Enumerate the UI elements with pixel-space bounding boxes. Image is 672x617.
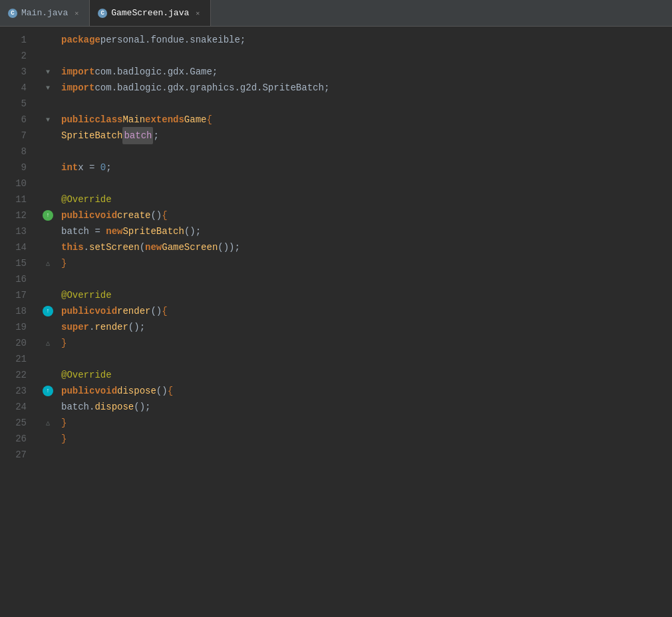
- code-line-10: [61, 176, 672, 191]
- line-number-11: 11: [0, 191, 32, 207]
- line-number-14: 14: [0, 239, 32, 255]
- fold-icon[interactable]: ▼: [46, 68, 50, 76]
- gutter-row-1: [37, 32, 59, 48]
- fold-open-icon[interactable]: ▼: [46, 116, 50, 124]
- line-number-15: 15: [0, 255, 32, 271]
- gutter-row-3: ▼: [37, 64, 59, 80]
- code-line-21: [61, 351, 672, 367]
- gutter-row-15: △: [37, 255, 59, 271]
- line-number-3: 3: [0, 64, 32, 80]
- tab-bar: C Main.java ✕ C GameScreen.java ✕: [0, 0, 672, 27]
- tab-main-java[interactable]: C Main.java ✕: [0, 0, 90, 26]
- line-number-8: 8: [0, 144, 32, 160]
- fold-icon[interactable]: ▼: [46, 84, 50, 92]
- line-number-19: 19: [0, 319, 32, 335]
- line-number-6: 6: [0, 112, 32, 128]
- gutter-row-9: [37, 160, 59, 176]
- tab-close-gamescreen[interactable]: ✕: [193, 9, 202, 18]
- gutter-row-26: [37, 431, 59, 447]
- line-number-21: 21: [0, 351, 32, 367]
- tab-close-main[interactable]: ✕: [72, 9, 81, 18]
- code-line-9: int x = 0;: [61, 160, 672, 176]
- gutter-row-16: [37, 271, 59, 287]
- line-number-18: 18: [0, 303, 32, 319]
- tab-label-gamescreen: GameScreen.java: [111, 8, 189, 18]
- tab-icon-main: C: [8, 9, 17, 18]
- line-number-12: 12: [0, 207, 32, 223]
- gutter-row-4: ▼: [37, 80, 59, 96]
- code-line-5: [61, 96, 672, 112]
- line-number-7: 7: [0, 128, 32, 144]
- code-line-13: batch = new SpriteBatch();: [61, 223, 672, 239]
- line-number-17: 17: [0, 287, 32, 303]
- code-line-24: batch.dispose();: [61, 399, 672, 415]
- line-number-9: 9: [0, 160, 32, 176]
- fold-close-icon[interactable]: △: [46, 259, 50, 267]
- code-line-16: [61, 271, 672, 287]
- line-number-27: 27: [0, 447, 32, 463]
- gutter-row-11: [37, 191, 59, 207]
- gutter: ▼▼▼↑△↑△↑△: [37, 27, 59, 617]
- code-line-11: @Override: [61, 191, 672, 207]
- fold-close-icon[interactable]: △: [46, 339, 50, 347]
- line-number-26: 26: [0, 431, 32, 447]
- gutter-row-8: [37, 144, 59, 160]
- gutter-row-20: △: [37, 335, 59, 351]
- fold-close-icon[interactable]: △: [46, 419, 50, 427]
- line-number-13: 13: [0, 223, 32, 239]
- code-line-22: @Override: [61, 367, 672, 383]
- gutter-row-13: [37, 223, 59, 239]
- gutter-row-23: ↑: [37, 383, 59, 399]
- code-line-4: import com.badlogic.gdx.graphics.g2d.Spr…: [61, 80, 672, 96]
- gutter-row-7: [37, 128, 59, 144]
- code-line-14: this.setScreen(new GameScreen());: [61, 239, 672, 255]
- line-number-24: 24: [0, 399, 32, 415]
- line-number-22: 22: [0, 367, 32, 383]
- gutter-row-6: ▼: [37, 112, 59, 128]
- line-number-25: 25: [0, 415, 32, 431]
- code-line-1: package personal.fondue.snakeible;: [61, 32, 672, 48]
- code-line-23: public void dispose () {: [61, 383, 672, 399]
- code-line-27: [61, 447, 672, 463]
- gutter-row-12: ↑: [37, 207, 59, 223]
- code-line-2: [61, 48, 672, 64]
- code-content[interactable]: package personal.fondue.snakeible;import…: [59, 27, 672, 617]
- breakpoint-icon[interactable]: ↑: [43, 306, 53, 316]
- line-number-1: 1: [0, 32, 32, 48]
- gutter-row-19: [37, 319, 59, 335]
- code-line-12: public void create () {: [61, 207, 672, 223]
- breakpoint-icon[interactable]: ↑: [43, 210, 53, 221]
- gutter-row-10: [37, 176, 59, 191]
- gutter-row-25: △: [37, 415, 59, 431]
- line-number-10: 10: [0, 176, 32, 191]
- gutter-row-2: [37, 48, 59, 64]
- code-line-20: }: [61, 335, 672, 351]
- line-number-4: 4: [0, 80, 32, 96]
- code-line-19: super.render();: [61, 319, 672, 335]
- code-line-17: @Override: [61, 287, 672, 303]
- gutter-row-5: [37, 96, 59, 112]
- line-number-5: 5: [0, 96, 32, 112]
- code-line-8: [61, 144, 672, 160]
- tab-label-main: Main.java: [21, 8, 68, 18]
- code-line-6: public class Main extends Game {: [61, 112, 672, 128]
- breakpoint-icon[interactable]: ↑: [43, 386, 53, 396]
- line-numbers: 1234567891011121314151617181920212223242…: [0, 27, 37, 617]
- code-line-25: }: [61, 415, 672, 431]
- code-line-15: }: [61, 255, 672, 271]
- code-line-26: }: [61, 431, 672, 447]
- gutter-row-17: [37, 287, 59, 303]
- code-line-3: import com.badlogic.gdx.Game;: [61, 64, 672, 80]
- tab-icon-gamescreen: C: [98, 9, 107, 18]
- gutter-row-22: [37, 367, 59, 383]
- line-number-20: 20: [0, 335, 32, 351]
- code-line-18: public void render () {: [61, 303, 672, 319]
- tab-gamescreen-java[interactable]: C GameScreen.java ✕: [90, 0, 211, 26]
- gutter-row-24: [37, 399, 59, 415]
- gutter-row-18: ↑: [37, 303, 59, 319]
- gutter-row-21: [37, 351, 59, 367]
- line-number-16: 16: [0, 271, 32, 287]
- editor-area: 1234567891011121314151617181920212223242…: [0, 27, 672, 617]
- gutter-row-14: [37, 239, 59, 255]
- line-number-2: 2: [0, 48, 32, 64]
